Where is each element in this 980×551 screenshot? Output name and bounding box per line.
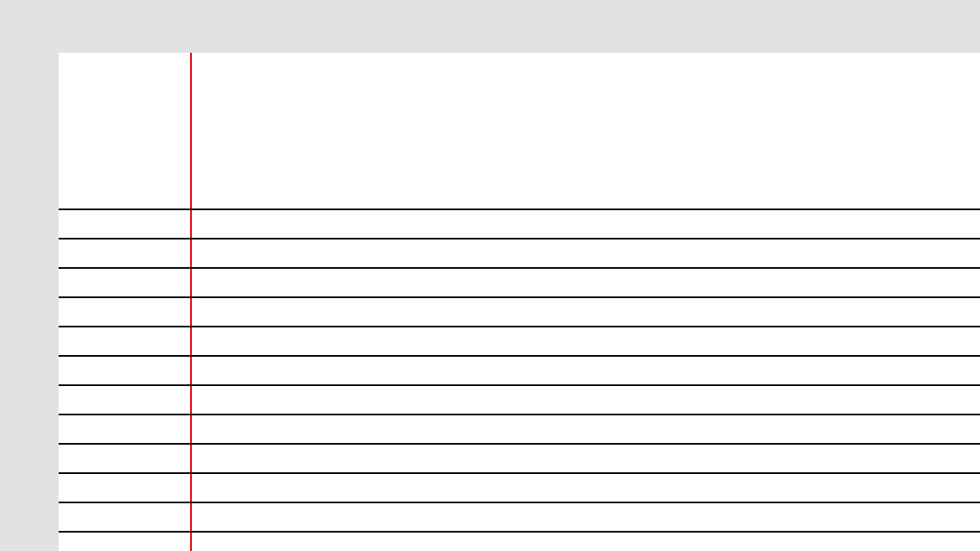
horizontal-rule <box>59 267 980 269</box>
horizontal-rule <box>59 296 980 298</box>
horizontal-rule <box>59 414 980 415</box>
ruled-paper-sheet <box>59 53 980 551</box>
horizontal-rule <box>59 326 980 327</box>
document-background <box>0 0 980 551</box>
horizontal-rule <box>59 472 980 474</box>
horizontal-rule <box>59 384 980 386</box>
horizontal-rule <box>59 502 980 503</box>
horizontal-rule <box>59 531 980 533</box>
horizontal-rule <box>59 443 980 445</box>
horizontal-rule <box>59 355 980 357</box>
margin-line <box>190 53 192 551</box>
horizontal-rule <box>59 209 980 210</box>
horizontal-rule <box>59 238 980 239</box>
